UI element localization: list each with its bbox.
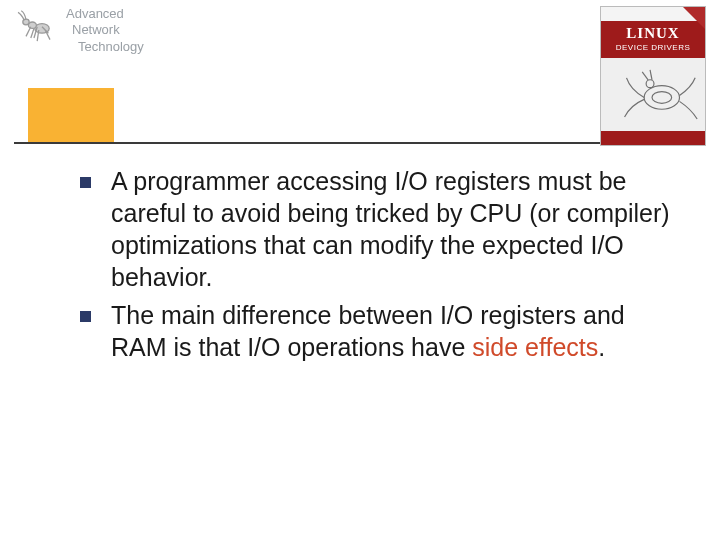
logo-line-1: Advanced <box>66 6 144 22</box>
svg-point-5 <box>646 80 654 88</box>
logo-area: Advanced Network Technology <box>10 6 144 55</box>
logo-line-3: Technology <box>66 39 144 55</box>
bullet-text-emphasis: side effects <box>472 333 598 361</box>
ant-icon <box>10 6 58 46</box>
accent-box <box>28 88 114 142</box>
svg-point-3 <box>644 86 679 110</box>
book-thumbnail: LINUX DEVICE DRIVERS <box>600 6 706 146</box>
bullet-square-icon <box>80 177 91 188</box>
bullet-square-icon <box>80 311 91 322</box>
svg-point-4 <box>652 92 672 104</box>
bullet-text-after: . <box>598 333 605 361</box>
slide-header: Advanced Network Technology LINUX DEVICE… <box>0 0 720 150</box>
slide-body: A programmer accessing I/O registers mus… <box>80 165 680 369</box>
bullet-text: The main difference between I/O register… <box>111 299 680 363</box>
logo-text: Advanced Network Technology <box>66 6 144 55</box>
logo-line-2: Network <box>66 22 144 38</box>
bullet-item: A programmer accessing I/O registers mus… <box>80 165 680 293</box>
book-cover-art <box>601 58 705 131</box>
book-title-line2: DEVICE DRIVERS <box>603 43 703 52</box>
book-footer <box>601 131 705 145</box>
bullet-text: A programmer accessing I/O registers mus… <box>111 165 680 293</box>
bullet-item: The main difference between I/O register… <box>80 299 680 363</box>
bullet-text-before: A programmer accessing I/O registers mus… <box>111 167 670 291</box>
book-corner-ribbon <box>683 7 705 29</box>
